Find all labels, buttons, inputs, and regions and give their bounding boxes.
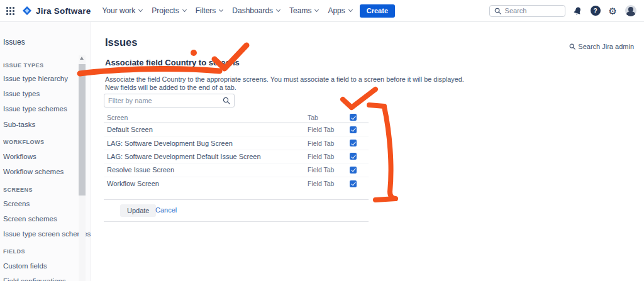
jira-brand[interactable]: Jira Software — [22, 6, 91, 16]
screen-name: LAG: Software Development Bug Screen — [104, 140, 308, 147]
scrollbar-up-arrow-icon[interactable] — [80, 57, 84, 60]
nav-item-apps[interactable]: Apps — [328, 6, 352, 15]
create-button[interactable]: Create — [360, 4, 395, 18]
row-checkbox[interactable] — [350, 140, 357, 146]
search-jira-admin-label: Search Jira admin — [578, 43, 634, 50]
sidebar-section-screens: SCREENS — [3, 187, 33, 193]
help-icon[interactable]: ? — [591, 6, 601, 16]
jira-logo-icon — [22, 6, 32, 16]
sidebar-item-screen-schemes[interactable]: Screen schemes — [3, 215, 57, 223]
nav-item-label: Projects — [152, 6, 179, 15]
app-switcher-icon[interactable] — [6, 7, 14, 15]
tab-name: Field Tab — [308, 153, 350, 160]
filter-input[interactable] — [108, 97, 223, 104]
sidebar-item-issue-type-screen-schemes[interactable]: Issue type screen schemes — [3, 230, 91, 238]
user-avatar[interactable] — [625, 5, 636, 16]
sidebar-item-custom-fields[interactable]: Custom fields — [3, 262, 47, 270]
sidebar-item-issue-type-hierarchy[interactable]: Issue type hierarchy — [3, 75, 68, 82]
sidebar-item-screens[interactable]: Screens — [3, 200, 30, 207]
table-header-row: Screen Tab — [104, 112, 369, 123]
column-header-screen: Screen — [104, 114, 308, 121]
table-row: Workflow Screen Field Tab — [104, 177, 369, 190]
nav-item-label: Apps — [328, 6, 345, 15]
sidebar-section-workflows: WORKFLOWS — [3, 139, 45, 145]
nav-item-label: Teams — [289, 6, 311, 15]
table-row: Resolve Issue Screen Field Tab — [104, 163, 369, 177]
chevron-down-icon — [276, 8, 280, 12]
nav-item-your-work[interactable]: Your work — [102, 6, 142, 15]
sidebar-section-issue-types: ISSUE TYPES — [3, 62, 44, 69]
update-button[interactable]: Update — [120, 204, 156, 217]
sidebar-item-issue-types[interactable]: Issue types — [3, 90, 40, 97]
chevron-down-icon — [138, 8, 143, 12]
nav-utility-icons: ? ⚙ — [573, 5, 636, 16]
top-navigation-bar: Jira Software Your work Projects Filters… — [0, 0, 644, 22]
nav-menu: Your work Projects Filters Dashboards Te… — [102, 6, 352, 15]
notifications-bell-icon[interactable] — [573, 6, 582, 16]
search-icon — [494, 8, 501, 14]
table-row: Default Screen Field Tab — [104, 123, 369, 136]
screens-table: Screen Tab Default Screen Field Tab LAG:… — [104, 112, 369, 190]
select-all-checkbox[interactable] — [350, 114, 357, 121]
nav-item-dashboards[interactable]: Dashboards — [232, 6, 280, 15]
table-body: Default Screen Field Tab LAG: Software D… — [104, 123, 369, 190]
description-line-2: New fields will be added to the end of a… — [105, 84, 236, 91]
sidebar-scrollbar[interactable] — [79, 55, 86, 281]
tab-name: Field Tab — [308, 180, 350, 187]
row-checkbox[interactable] — [350, 180, 357, 187]
filter-by-name-field[interactable] — [104, 94, 235, 107]
scrollbar-thumb[interactable] — [79, 64, 86, 196]
divider-line — [104, 199, 369, 200]
nav-item-label: Filters — [196, 6, 216, 15]
settings-gear-icon[interactable]: ⚙ — [609, 6, 617, 16]
chevron-down-icon — [348, 8, 353, 12]
question-mark-glyph: ? — [593, 8, 597, 14]
page-title: Issues — [105, 36, 137, 48]
nav-item-label: Dashboards — [232, 6, 273, 15]
jira-admin-screen: Jira Software Your work Projects Filters… — [0, 0, 644, 281]
row-checkbox[interactable] — [350, 167, 357, 174]
tab-name: Field Tab — [308, 140, 350, 147]
chevron-down-icon — [219, 8, 223, 12]
sidebar-item-field-configurations[interactable]: Field configurations — [3, 277, 66, 281]
row-checkbox[interactable] — [350, 126, 357, 133]
nav-item-teams[interactable]: Teams — [289, 6, 318, 15]
sidebar-item-workflow-schemes[interactable]: Workflow schemes — [3, 168, 64, 175]
tab-name: Field Tab — [308, 126, 350, 133]
table-row: LAG: Software Development Bug Screen Fie… — [104, 136, 369, 150]
chevron-down-icon — [314, 8, 319, 12]
search-icon — [223, 97, 230, 104]
nav-item-filters[interactable]: Filters — [196, 6, 223, 15]
screen-name: Workflow Screen — [104, 180, 308, 187]
brand-name: Jira Software — [36, 6, 91, 16]
associate-field-heading: Associate field Country to screens — [105, 58, 240, 67]
column-header-tab: Tab — [308, 114, 350, 121]
sidebar-section-fields: FIELDS — [3, 248, 25, 255]
sidebar-item-workflows[interactable]: Workflows — [3, 153, 36, 160]
tab-name: Field Tab — [308, 166, 350, 174]
screen-name: Resolve Issue Screen — [104, 166, 308, 174]
cancel-link[interactable]: Cancel — [155, 206, 177, 214]
table-row: LAG: Software Development Default Issue … — [104, 150, 369, 163]
main-content: Issues Search Jira admin Associate field… — [92, 22, 644, 281]
description-line-1: Associate the field Country to the appro… — [105, 75, 464, 83]
sidebar-title-issues[interactable]: Issues — [3, 38, 25, 47]
chevron-down-icon — [182, 8, 187, 12]
divider-line — [104, 221, 369, 222]
sidebar-item-issue-type-schemes[interactable]: Issue type schemes — [3, 105, 67, 113]
row-checkbox[interactable] — [350, 153, 357, 160]
screen-name: LAG: Software Development Default Issue … — [104, 153, 308, 160]
nav-item-projects[interactable]: Projects — [152, 6, 186, 15]
search-icon — [569, 43, 575, 50]
admin-sidebar: Issues ISSUE TYPES Issue type hierarchy … — [0, 22, 91, 281]
search-jira-admin-link[interactable]: Search Jira admin — [569, 43, 634, 50]
sidebar-item-sub-tasks[interactable]: Sub-tasks — [3, 121, 35, 128]
nav-item-label: Your work — [102, 6, 135, 15]
global-search-input[interactable] — [505, 7, 555, 14]
global-search-box[interactable] — [489, 5, 565, 17]
screen-name: Default Screen — [104, 126, 308, 133]
